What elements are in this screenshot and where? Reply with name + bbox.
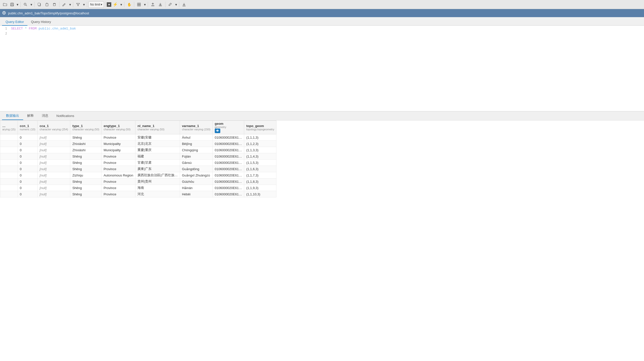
edit-dropdown-btn[interactable]: ▾: [68, 1, 72, 8]
grid-dropdown-btn[interactable]: ▾: [143, 1, 147, 8]
table-cell: 0: [18, 166, 38, 172]
results-panel: 数据输出 解释 消息 Notifications … arying (15) c…: [0, 111, 644, 361]
table-cell: [0, 160, 18, 166]
paste-btn[interactable]: [43, 1, 50, 8]
run-btn[interactable]: ⚡: [112, 1, 119, 8]
copy-btn[interactable]: [36, 1, 43, 8]
sep7: [124, 2, 124, 7]
table-row: 0[null]ShěngProvince福建Fújiàn0106000020E6…: [0, 153, 276, 160]
table-row: 0[null]ShěngProvince海南Hǎinán0106000020E6…: [0, 185, 276, 191]
brush-dropdown-btn[interactable]: ▾: [174, 1, 178, 8]
svg-point-3: [24, 3, 26, 5]
table-cell: 0: [18, 191, 38, 197]
table-row: 0[null]ZhíxiáshìMunicipality重慶|重庆Chóngqì…: [0, 147, 276, 153]
table-cell: [null]: [38, 160, 70, 166]
table-cell: Zhíxiáshì: [70, 141, 101, 147]
table-cell: (1,1,3,3): [244, 147, 276, 153]
table-cell: [null]: [38, 166, 70, 172]
save-dropdown-btn[interactable]: ▾: [16, 1, 19, 8]
tab-query-history[interactable]: Query History: [27, 18, 54, 26]
line-content-2: [10, 32, 644, 36]
table-cell: Province: [101, 191, 135, 197]
find-btn[interactable]: [22, 1, 29, 8]
limit-chevron-icon: ▾: [101, 3, 102, 6]
table-cell: [0, 185, 18, 191]
connection-path: public.chn_adm1_bak/TopoSimplify/postgre…: [8, 11, 89, 15]
result-tab-explain[interactable]: 解释: [23, 112, 38, 120]
table-cell: 福建: [135, 153, 180, 160]
table-cell: Shěng: [70, 178, 101, 185]
geom-view-btn[interactable]: 👁: [215, 129, 220, 133]
find-dropdown-btn[interactable]: ▾: [29, 1, 33, 8]
col-header-engtype1: engtype_1 character varying (50): [101, 121, 135, 134]
table-cell: Province: [101, 178, 135, 185]
table-cell: Hǎinán: [180, 185, 212, 191]
table-row: 0[null]ShěngProvince河北Héběi0106000020E61…: [0, 191, 276, 197]
table-row: 0[null]ZhíxiáshìMunicipality北京|北京Běijīng…: [0, 141, 276, 147]
editor-line-2: 2: [0, 32, 644, 37]
table-cell: Héběi: [180, 191, 212, 197]
table-cell: Municipality: [101, 141, 135, 147]
table-cell: Gānsù: [180, 160, 212, 166]
filter-dropdown-btn[interactable]: ▾: [82, 1, 86, 8]
upload-btn[interactable]: [149, 1, 156, 8]
svg-marker-9: [77, 3, 80, 6]
table-cell: Province: [101, 185, 135, 191]
export-download-btn[interactable]: [181, 1, 188, 8]
open-folder-btn[interactable]: [2, 1, 9, 8]
delete-btn[interactable]: [51, 1, 58, 8]
svg-rect-14: [151, 6, 154, 6]
table-cell: Zhíxiáshì: [70, 147, 101, 153]
col-header-nlname1: nl_name_1 character varying (50): [135, 121, 180, 134]
brush-btn[interactable]: [167, 1, 174, 8]
sep11: [179, 2, 179, 7]
save-btn[interactable]: [9, 1, 16, 8]
line-number-2: 2: [0, 32, 10, 36]
run-dropdown-btn[interactable]: ▾: [119, 1, 123, 8]
col-header-topogeom: topo_geom topology.topogeometry: [244, 121, 276, 134]
table-cell: [null]: [38, 185, 70, 191]
sep2: [34, 2, 34, 7]
table-cell: Province: [101, 134, 135, 141]
table-cell: [0, 153, 18, 160]
table-cell: (1,1,5,3): [244, 160, 276, 166]
svg-line-4: [26, 5, 27, 6]
col-header-varname1: varname_1 character varying (150): [180, 121, 212, 134]
download-btn[interactable]: [157, 1, 164, 8]
table-cell: 0: [18, 178, 38, 185]
table-cell: Gùizhōu: [180, 178, 212, 185]
table-cell: [0, 141, 18, 147]
table-cell: 0: [18, 160, 38, 166]
table-cell: 安徽|安徽: [135, 134, 180, 141]
sep8: [134, 2, 134, 7]
result-tab-data-output[interactable]: 数据输出: [2, 112, 23, 120]
table-cell: [0, 191, 18, 197]
svg-rect-2: [11, 5, 13, 6]
stop-btn[interactable]: ■: [107, 2, 111, 7]
table-cell: Province: [101, 160, 135, 166]
result-tab-notifications[interactable]: Notifications: [52, 112, 78, 120]
svg-rect-11: [139, 3, 140, 4]
editor-tabs: Query Editor Query History: [0, 17, 644, 26]
table-cell: [0, 134, 18, 141]
table-cell: Autonomous Region: [101, 172, 135, 178]
grid-btn[interactable]: [135, 1, 142, 8]
col-header-cca1: cca_1 character varying (254): [38, 121, 70, 134]
hand-tool-btn[interactable]: ✋: [126, 1, 133, 8]
col-header-type1: type_1 character varying (50): [70, 121, 101, 134]
query-editor-area[interactable]: 1 SELECT * FROM public.chn_adm1_bak 2: [0, 26, 644, 111]
data-table-wrapper: … arying (15) ccn_1 numeric (10) cca_1 c…: [0, 121, 644, 361]
operator-star: *: [25, 27, 29, 31]
tab-query-editor[interactable]: Query Editor: [2, 18, 27, 26]
svg-rect-7: [46, 4, 48, 6]
edit-btn[interactable]: [61, 1, 68, 8]
result-tab-messages[interactable]: 消息: [38, 112, 52, 120]
table-cell: Zizhìqu: [70, 172, 101, 178]
table-cell: [null]: [38, 153, 70, 160]
table-cell: 0: [18, 153, 38, 160]
limit-dropdown[interactable]: No limit ▾: [88, 1, 104, 8]
filter-btn[interactable]: [75, 1, 82, 8]
svg-rect-8: [53, 4, 55, 6]
table-cell: (1,1,4,3): [244, 153, 276, 160]
table-cell: 0106000020E61…: [212, 185, 244, 191]
